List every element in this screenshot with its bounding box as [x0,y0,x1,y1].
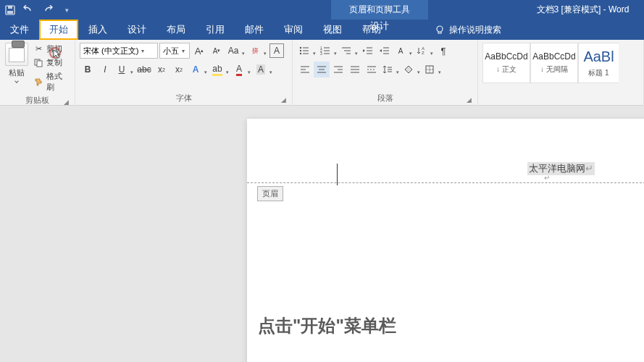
tab-layout[interactable]: 布局 [156,20,196,40]
decrease-font-button[interactable]: A▾ [209,43,225,59]
svg-point-9 [300,50,301,51]
svg-point-3 [437,26,443,32]
save-icon[interactable] [4,4,16,16]
multilevel-list-button[interactable]: ▾ [339,43,359,59]
align-left-button[interactable] [297,62,313,77]
font-size-dropdown[interactable]: 小五 ▾ [159,43,190,59]
chevron-down-icon [14,79,19,83]
superscript-button[interactable]: x2 [171,62,187,77]
quick-access-toolbar: ▾ [0,4,77,16]
tutorial-overlay-text: 点击"开始"菜单栏 [258,314,396,337]
increase-font-button[interactable]: A▴ [191,43,207,59]
font-name-value: 宋体 (中文正文) [83,46,138,56]
align-right-button[interactable] [330,62,346,77]
decrease-indent-button[interactable] [360,43,376,59]
header-text[interactable]: 太平洋电脑网↵ [527,162,595,175]
italic-button[interactable]: I [97,62,113,77]
style-name: ↓ 正文 [496,64,517,75]
group-clipboard-title: 剪贴板 ◢ [4,93,70,108]
style-preview: AaBbCcDd [532,51,575,62]
chevron-down-icon: ▾ [141,48,144,54]
character-border-button[interactable]: A [269,43,284,58]
paste-icon [5,43,28,66]
ribbon-tabs: 文件 开始 插入 设计 布局 引用 邮件 审阅 视图 帮助 设计 操作说明搜索 [0,20,644,40]
style-preview: AaBl [583,49,614,65]
numbering-icon: 123 [320,46,330,55]
tab-header-footer-design[interactable]: 设计 [331,20,428,33]
tutorial-cursor-icon [49,47,64,62]
asian-layout-button[interactable]: A▾ [393,43,414,59]
style-normal[interactable]: AaBbCcDd ↓ 正文 [482,43,530,83]
tab-review[interactable]: 审阅 [274,20,313,40]
contextual-tab-title: 页眉和页脚工具 [331,4,428,16]
paste-label: 粘贴 [9,67,25,78]
lightbulb-icon [435,25,445,35]
align-center-button[interactable] [314,62,330,77]
group-font-title: 字体 ◢ [80,91,288,106]
line-spacing-button[interactable]: ▾ [380,62,401,77]
tab-file[interactable]: 文件 [0,20,39,40]
header-footer-divider [247,182,644,183]
style-heading-1[interactable]: AaBl 标题 1 [578,43,619,83]
paste-button[interactable]: 粘贴 [4,43,29,93]
group-clipboard: 粘贴 ✂ 剪切 复制 格式刷 [0,40,75,106]
sort-icon: AZ [417,46,426,55]
clipboard-launcher-icon[interactable]: ◢ [62,98,70,106]
bullets-button[interactable]: ▾ [297,43,317,59]
sort-button[interactable]: AZ ▾ [414,43,435,59]
style-preview: AaBbCcDd [485,51,527,62]
title-bar: ▾ 页眉和页脚工具 文档3 [兼容模式] - Word [0,0,644,20]
ribbon: 粘贴 ✂ 剪切 复制 格式刷 [0,40,644,106]
qat-customize-icon[interactable]: ▾ [61,4,72,16]
bullets-icon [299,46,309,55]
numbering-button[interactable]: 123 ▾ [318,43,338,59]
format-painter-label: 格式刷 [46,71,69,93]
chevron-down-icon: ▾ [182,48,185,54]
borders-button[interactable]: ▾ [422,62,443,77]
group-styles: AaBbCcDd ↓ 正文 AaBbCcDd ↓ 无间隔 AaBl 标题 1 [478,40,644,106]
show-marks-button[interactable]: ¶ [435,43,451,59]
tab-references[interactable]: 引用 [196,20,235,40]
tab-insert[interactable]: 插入 [78,20,117,40]
text-effects-button[interactable]: A▾ [188,62,209,77]
bold-button[interactable]: B [80,62,96,77]
underline-button[interactable]: U▾ [114,62,135,77]
subscript-button[interactable]: x2 [154,62,170,77]
increase-indent-button[interactable] [377,43,393,59]
scissors-icon: ✂ [33,44,43,54]
redo-icon[interactable] [42,4,54,16]
svg-point-11 [300,53,301,54]
document-title: 文档3 [兼容模式] - Word [522,4,644,16]
svg-point-7 [300,47,301,49]
group-paragraph: ▾ 123 ▾ ▾ A▾ AZ ▾ [293,40,478,106]
font-launcher-icon[interactable]: ◢ [279,96,288,104]
style-name: ↓ 无间隔 [540,64,568,75]
tab-home[interactable]: 开始 [39,20,78,40]
copy-icon [33,58,43,68]
align-justify-button[interactable] [347,62,363,77]
group-paragraph-title: 段落 ◢ [297,91,473,106]
tell-me-label: 操作说明搜索 [449,24,501,36]
undo-icon[interactable] [23,4,35,16]
style-no-spacing[interactable]: AaBbCcDd ↓ 无间隔 [530,43,578,83]
align-distributed-button[interactable] [364,62,380,77]
tab-design[interactable]: 设计 [117,20,156,40]
tab-mailings[interactable]: 邮件 [235,20,274,40]
strikethrough-button[interactable]: abc [136,62,152,77]
header-tag-label: 页眉 [257,186,283,201]
character-shading-button[interactable]: A▾ [254,62,274,77]
svg-rect-6 [37,61,42,67]
phonetic-guide-button[interactable]: 拼▾ [248,43,268,59]
font-name-dropdown[interactable]: 宋体 (中文正文) ▾ [80,43,158,59]
font-color-button[interactable]: A▾ [232,62,252,77]
brush-icon [33,77,43,87]
tell-me-search[interactable]: 操作说明搜索 [435,20,501,40]
shading-button[interactable]: ▾ [401,62,422,77]
highlight-button[interactable]: ab▾ [210,62,230,77]
format-painter-button[interactable]: 格式刷 [32,70,70,93]
svg-rect-2 [7,11,13,14]
change-case-button[interactable]: Aa▾ [226,43,246,59]
indent-left-icon [363,46,373,55]
paragraph-launcher-icon[interactable]: ◢ [464,96,473,104]
group-font: 宋体 (中文正文) ▾ 小五 ▾ A▴ A▾ Aa▾ 拼▾ A B I U▾ a… [75,40,293,106]
